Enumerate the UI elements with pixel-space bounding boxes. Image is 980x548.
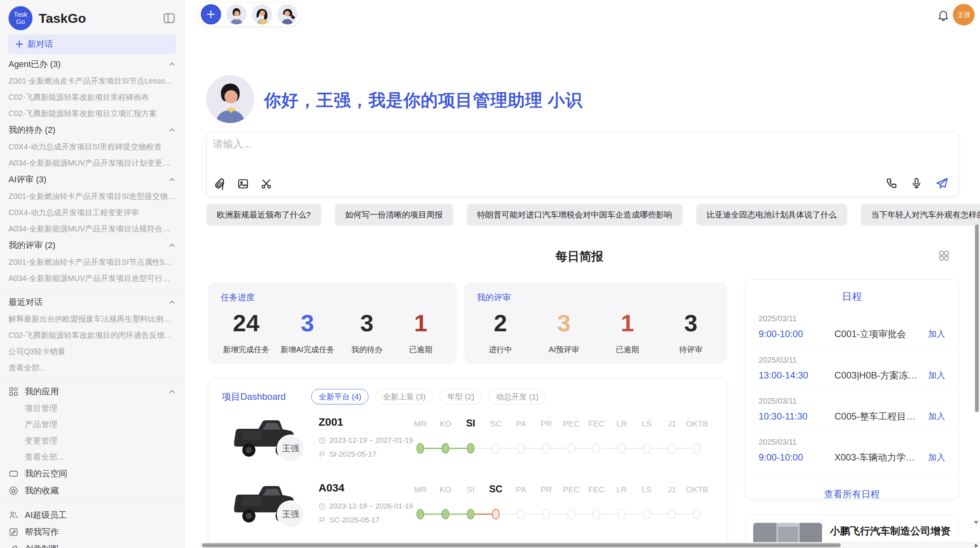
task-item[interactable]: A034-全新新能源MUV产品开发项目造型可行性评审 bbox=[9, 270, 176, 286]
suggestion-chip[interactable]: 特朗普可能对进口汽车增税会对中国车企造成哪些影响 bbox=[467, 204, 683, 226]
task-item[interactable]: C02-飞腾新能源轻客改款项目立项汇报方案 bbox=[9, 105, 176, 122]
app-item-project-mgmt[interactable]: 项目管理 bbox=[25, 400, 176, 416]
app-title: TaskGo bbox=[39, 11, 163, 26]
section-my-review[interactable]: 我的评审 (2) bbox=[9, 237, 176, 254]
card-title: 任务进度 bbox=[221, 292, 444, 303]
apps-view-all[interactable]: 查看全部... bbox=[25, 449, 176, 465]
suggestion-chip[interactable]: 如何写一份清晰的项目周报 bbox=[335, 204, 453, 226]
sidebar-item-favorites[interactable]: 我的收藏 bbox=[9, 482, 176, 499]
tab-new-body[interactable]: 全新上装 (3) bbox=[375, 389, 433, 404]
milestone-dot-done bbox=[442, 509, 449, 519]
event-join-link[interactable]: 加入 bbox=[928, 452, 945, 463]
attachment-icon[interactable] bbox=[214, 178, 226, 190]
task-item[interactable]: Z001-全新燃油皮卡产品开发项目SI节点Lesson Learn报告 bbox=[9, 73, 176, 89]
milestone-label: PA bbox=[516, 485, 526, 494]
scroll-right-arrow[interactable] bbox=[975, 544, 978, 548]
horizontal-scrollbar[interactable] bbox=[200, 542, 980, 548]
screenshot-scissors-icon[interactable] bbox=[260, 178, 272, 190]
schedule-card: 日程 2025/03/11 9:00-10:00 C001-立项审批会 加入 2… bbox=[745, 279, 959, 499]
task-item[interactable]: Z001-全新燃油轻卡产品开发项目SI造型提交物评审 bbox=[9, 188, 176, 204]
event-date: 2025/03/11 bbox=[759, 438, 945, 447]
milestone-dot bbox=[693, 509, 701, 519]
milestone-label: MR bbox=[414, 419, 427, 428]
add-agent-button[interactable] bbox=[201, 4, 221, 24]
app-item-change-mgmt[interactable]: 变更管理 bbox=[25, 433, 176, 449]
task-item[interactable]: Z001-全新燃油轻卡产品开发项目SI节点属性5D文件评审 bbox=[9, 254, 176, 270]
event-title: C001-立项审批会 bbox=[834, 328, 923, 340]
agent-avatar-3[interactable] bbox=[278, 4, 298, 24]
milestone-dot bbox=[517, 443, 525, 454]
app-logo: Task Go bbox=[9, 6, 33, 30]
scroll-down-arrow[interactable] bbox=[974, 521, 978, 524]
people-icon bbox=[9, 510, 19, 520]
project-flag-milestone: SC-2025-05-17 bbox=[319, 516, 380, 524]
sidebar-item-cloud-space[interactable]: 我的云空间 bbox=[9, 465, 176, 482]
horizontal-scrollbar-thumb[interactable] bbox=[202, 543, 841, 547]
milestone-dot bbox=[542, 509, 550, 519]
milestone-label: PEC bbox=[563, 485, 579, 494]
section-recent-chats[interactable]: 最近对话 bbox=[9, 294, 176, 311]
tab-new-platform[interactable]: 全新平台 (4) bbox=[311, 389, 368, 404]
recent-chat-item[interactable]: 公司Q3轻卡销量 bbox=[9, 343, 176, 360]
sidebar-item-help-write[interactable]: 帮我写作 bbox=[9, 524, 176, 541]
phone-icon[interactable] bbox=[886, 177, 898, 189]
milestone-label: FEC bbox=[588, 419, 605, 428]
user-avatar[interactable]: 王强 bbox=[953, 4, 975, 26]
sidebar-item-ai-employee[interactable]: AI超级员工 bbox=[9, 507, 176, 524]
app-item-product-mgmt[interactable]: 产品管理 bbox=[25, 416, 176, 433]
event-join-link[interactable]: 加入 bbox=[928, 328, 945, 340]
chevron-up-icon bbox=[168, 60, 176, 68]
project-name: Z001 bbox=[319, 416, 343, 428]
view-all-schedule-link[interactable]: 查看所有日程 bbox=[745, 479, 958, 500]
task-item[interactable]: C0X4-动力总成开发项目SI里程碑提交物检查 bbox=[9, 139, 176, 155]
project-row-z001[interactable]: 王强 Z001 2023-12-19 ~ 2027-01-19 SI-2025-… bbox=[209, 413, 726, 477]
task-item[interactable]: C0X4-动力总成开发项目工程变更评审 bbox=[9, 204, 176, 221]
stat-in-progress: 2 进行中 bbox=[479, 310, 522, 355]
suggestion-chip[interactable]: 欧洲新规最近颁布了什么? bbox=[206, 204, 321, 226]
suggestion-chip[interactable]: 当下年轻人对汽车外观有怎样的喜好趋势 bbox=[861, 204, 980, 226]
briefing-layout-icon[interactable] bbox=[938, 250, 950, 262]
event-title: X003-车辆动力学性能验... bbox=[834, 451, 923, 464]
sidebar-item-my-apps[interactable]: 我的应用 bbox=[9, 383, 176, 400]
project-dates: 2023-12-19 ~ 2026-01-19 bbox=[319, 502, 413, 510]
agent-avatar-2[interactable] bbox=[252, 4, 272, 24]
section-my-todo[interactable]: 我的待办 (2) bbox=[9, 122, 176, 139]
image-icon[interactable] bbox=[237, 178, 249, 190]
event-title: C003|H0B-方案冻结评审 bbox=[834, 369, 923, 382]
send-icon[interactable] bbox=[935, 176, 949, 190]
project-flag-milestone: SI-2025-05-17 bbox=[319, 450, 376, 459]
event-date: 2025/03/11 bbox=[759, 397, 945, 406]
agent-avatar-1[interactable] bbox=[226, 4, 247, 24]
recent-chat-item[interactable]: C02-飞腾新能源轻客改款项目的闭环通告反馈情况 bbox=[9, 327, 176, 343]
project-row-a034[interactable]: 王强 A034 2023-12-19 ~ 2026-01-19 SC-2025-… bbox=[209, 479, 726, 543]
recent-chat-item[interactable]: 解释最新出台的欧盟报废车法规再生塑料比例被调至15%... bbox=[9, 311, 176, 327]
sidebar-collapse-icon[interactable] bbox=[163, 12, 176, 25]
new-chat-button[interactable]: 新对话 bbox=[9, 35, 176, 53]
recent-view-all[interactable]: 查看全部... bbox=[9, 360, 176, 376]
microphone-icon[interactable] bbox=[910, 177, 923, 189]
milestone-dot bbox=[643, 443, 651, 454]
notification-bell-icon[interactable] bbox=[937, 9, 950, 22]
sidebar-item-creative-draw[interactable]: 创意制图 bbox=[9, 541, 176, 548]
suggestion-chip[interactable]: 比亚迪全固态电池计划具体说了什么 bbox=[696, 204, 847, 226]
tab-powertrain[interactable]: 动总开发 (1) bbox=[488, 389, 546, 404]
task-item[interactable]: A034-全新新能源MUV产品开发项目法规符合性评审 bbox=[9, 221, 176, 237]
favorites-label: 我的收藏 bbox=[25, 485, 59, 497]
vertical-scrollbar-thumb[interactable] bbox=[975, 224, 979, 412]
tab-year-model[interactable]: 年型 (2) bbox=[440, 389, 481, 404]
task-item[interactable]: A034-全新新能源MUV产品开发项目计划变更表编写 bbox=[9, 155, 176, 171]
task-item[interactable]: C02-飞腾新能源轻客改款项目里程碑画布 bbox=[9, 89, 176, 105]
milestone-dot-done bbox=[467, 443, 475, 454]
chat-input[interactable] bbox=[213, 137, 871, 172]
clock-icon bbox=[319, 503, 326, 510]
schedule-event: 2025/03/11 10:30-11:30 C005-整车工程目标评审 加入 bbox=[745, 389, 958, 430]
user-avatar-label: 王强 bbox=[957, 10, 970, 19]
milestone-label: PR bbox=[540, 485, 552, 494]
sidebar-header: Task Go TaskGo bbox=[9, 5, 176, 31]
event-join-link[interactable]: 加入 bbox=[928, 370, 945, 381]
new-chat-label: 新对话 bbox=[27, 38, 53, 50]
section-ai-review[interactable]: AI评审 (3) bbox=[9, 171, 176, 188]
event-join-link[interactable]: 加入 bbox=[928, 411, 945, 422]
section-agent-done[interactable]: Agent已办 (3) bbox=[9, 56, 176, 73]
section-title: AI评审 (3) bbox=[9, 174, 46, 185]
